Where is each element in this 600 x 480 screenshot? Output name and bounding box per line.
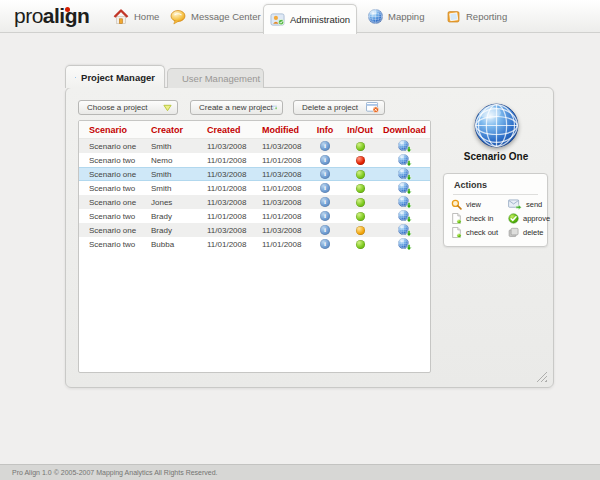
tab-project-manager[interactable]: Project Manager xyxy=(65,65,165,88)
nav-item-message-center[interactable]: Message Center xyxy=(170,0,261,33)
created-cell: 11/03/2008 xyxy=(199,226,254,235)
action-delete[interactable]: delete xyxy=(508,227,550,238)
download-icon[interactable] xyxy=(398,168,411,180)
table-row[interactable]: Scenario two Brady 11/01/2008 11/01/2008 xyxy=(79,209,430,223)
delete-project-button[interactable]: Delete a project xyxy=(293,100,385,115)
globe-icon xyxy=(368,9,383,24)
info-icon[interactable] xyxy=(320,197,330,207)
creator-cell: Bubba xyxy=(143,240,199,249)
download-icon[interactable] xyxy=(398,182,411,194)
scenario-globe-icon xyxy=(474,103,519,148)
inout-status-icon xyxy=(356,156,365,165)
action-label: check in xyxy=(466,214,494,223)
table-row[interactable]: Scenario one Smith 11/03/2008 11/03/2008 xyxy=(79,139,430,153)
actions-title: Actions xyxy=(444,174,547,194)
inout-status-icon xyxy=(356,184,365,193)
inout-status-icon xyxy=(356,240,365,249)
col-header-created: Created xyxy=(199,125,254,135)
info-icon[interactable] xyxy=(320,155,330,165)
divider xyxy=(453,194,538,195)
create-project-button[interactable]: Create a new project xyxy=(190,100,283,115)
magnifier-icon xyxy=(451,199,462,210)
creator-cell: Smith xyxy=(143,170,199,179)
table-row[interactable]: Scenario two Nemo 11/01/2008 11/01/2008 xyxy=(79,153,430,167)
nav-item-administration[interactable]: Administration xyxy=(263,4,357,34)
info-icon[interactable] xyxy=(320,225,330,235)
scenario-cell: Scenario one xyxy=(79,226,143,235)
info-icon[interactable] xyxy=(320,141,330,151)
nav-item-reporting[interactable]: Reporting xyxy=(446,0,507,33)
modified-cell: 11/03/2008 xyxy=(254,198,309,207)
created-cell: 11/01/2008 xyxy=(199,240,254,249)
col-header-inout: In/Out xyxy=(341,125,379,135)
col-header-download: Download xyxy=(379,125,430,135)
globe-icon xyxy=(75,71,76,84)
create-project-label: Create a new project xyxy=(199,103,273,112)
download-arrow-icon xyxy=(406,202,412,208)
info-icon[interactable] xyxy=(320,211,330,221)
check-out-page-icon xyxy=(451,227,462,238)
download-icon[interactable] xyxy=(398,140,411,152)
info-icon[interactable] xyxy=(320,239,330,249)
nav-label: Home xyxy=(134,11,159,22)
modified-cell: 11/01/2008 xyxy=(254,240,309,249)
approve-check-icon xyxy=(508,213,519,224)
nav-label: Administration xyxy=(290,14,350,25)
choose-project-label: Choose a project xyxy=(87,103,147,112)
modified-cell: 11/01/2008 xyxy=(254,156,309,165)
table-row[interactable]: Scenario one Jones 11/03/2008 11/03/2008 xyxy=(79,195,430,209)
info-icon[interactable] xyxy=(320,183,330,193)
action-approve[interactable]: approve xyxy=(508,213,550,224)
nav-item-home[interactable]: Home xyxy=(113,0,159,33)
inout-status-icon xyxy=(356,198,365,207)
tab-label: User Management xyxy=(182,73,260,84)
nav-label: Reporting xyxy=(466,11,507,22)
download-icon[interactable] xyxy=(398,224,411,236)
creator-cell: Smith xyxy=(143,142,199,151)
action-view[interactable]: view xyxy=(451,199,508,210)
created-cell: 11/01/2008 xyxy=(199,184,254,193)
scenario-cell: Scenario one xyxy=(79,170,143,179)
action-check-out[interactable]: check out xyxy=(451,227,508,238)
resize-grip[interactable] xyxy=(536,371,547,382)
nav-label: Mapping xyxy=(388,11,424,22)
table-row[interactable]: Scenario two Bubba 11/01/2008 11/01/2008 xyxy=(79,237,430,251)
reporting-icon xyxy=(446,9,461,24)
action-label: send xyxy=(526,200,542,209)
table-row[interactable]: Scenario one Brady 11/03/2008 11/03/2008 xyxy=(79,223,430,237)
download-arrow-icon xyxy=(406,244,412,250)
app-window: proalign Home Message Center Administrat… xyxy=(0,0,600,480)
inout-status-icon xyxy=(356,170,365,179)
col-header-creator: Creator xyxy=(143,125,199,135)
choose-project-dropdown[interactable]: Choose a project xyxy=(78,100,178,115)
modified-cell: 11/03/2008 xyxy=(254,142,309,151)
nav-item-mapping[interactable]: Mapping xyxy=(368,0,424,33)
info-icon[interactable] xyxy=(320,169,330,179)
delete-window-icon xyxy=(366,102,379,113)
scenario-cell: Scenario one xyxy=(79,142,143,151)
created-cell: 11/03/2008 xyxy=(199,142,254,151)
creator-cell: Brady xyxy=(143,226,199,235)
col-header-scenario: Scenario xyxy=(79,125,143,135)
actions-panel: Actions view send check in approve xyxy=(443,173,548,247)
download-icon[interactable] xyxy=(398,196,411,208)
modified-cell: 11/03/2008 xyxy=(254,226,309,235)
tab-user-management[interactable]: User Management xyxy=(167,68,264,88)
scenario-cell: Scenario two xyxy=(79,184,143,193)
download-icon[interactable] xyxy=(398,154,411,166)
creator-cell: Nemo xyxy=(143,156,199,165)
download-icon[interactable] xyxy=(398,210,411,222)
scenario-cell: Scenario two xyxy=(79,240,143,249)
action-label: delete xyxy=(523,228,543,237)
created-cell: 11/03/2008 xyxy=(199,198,254,207)
table-row[interactable]: Scenario one Smith 11/03/2008 11/03/2008 xyxy=(79,167,430,181)
table-row[interactable]: Scenario two Smith 11/01/2008 11/01/2008 xyxy=(79,181,430,195)
footer-copyright: Pro Align 1.0 © 2005-2007 Mapping Analyt… xyxy=(12,469,218,476)
action-send[interactable]: send xyxy=(508,199,550,210)
action-check-in[interactable]: check in xyxy=(451,213,508,224)
send-envelope-icon xyxy=(508,199,522,210)
inout-status-icon xyxy=(356,212,365,221)
app-logo: proalign xyxy=(14,4,89,28)
modified-cell: 11/03/2008 xyxy=(254,170,309,179)
download-icon[interactable] xyxy=(398,238,411,250)
